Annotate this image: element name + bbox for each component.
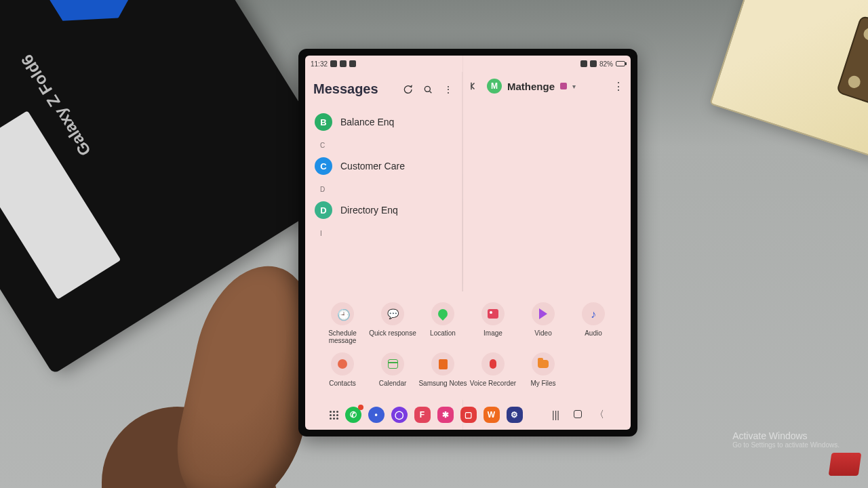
signal-icon: [590, 60, 597, 67]
image-icon: [488, 309, 498, 319]
taskbar-app-settings[interactable]: ⚙: [507, 407, 523, 423]
taskbar-app[interactable]: ✱: [437, 407, 454, 423]
contact-row[interactable]: C Customer Care: [305, 150, 462, 182]
avatar: C: [315, 157, 332, 175]
taskbar-app-phone[interactable]: ✆: [345, 407, 361, 423]
attach-quick-response[interactable]: 💬 Quick response: [368, 302, 418, 344]
nav-recents[interactable]: |||: [549, 409, 564, 420]
clock-icon: 🕘: [337, 308, 348, 319]
chat-bubble-icon: 💬: [387, 308, 398, 319]
contact-name: Balance Enq: [340, 117, 394, 127]
notes-icon: [439, 359, 448, 369]
pin-icon: [436, 307, 450, 321]
attach-schedule-message[interactable]: 🕘 Schedule message: [317, 302, 368, 344]
nav-back[interactable]: 〈: [592, 409, 607, 421]
more-icon[interactable]: ⋮: [443, 84, 454, 95]
contact-row[interactable]: D Directory Enq: [305, 195, 462, 226]
chat-header: M Mathenge ▾ ⋮: [462, 72, 631, 98]
tablet-device: 11:32 82% Messages: [298, 49, 637, 436]
contact-name: Customer Care: [340, 161, 405, 171]
section-letter: C: [305, 138, 462, 150]
sim-indicator-icon: [560, 83, 567, 89]
section-letter: I: [305, 226, 462, 239]
taskbar-app-browser[interactable]: ◯: [391, 407, 408, 423]
taskbar-app[interactable]: F: [414, 407, 431, 423]
contact-row[interactable]: B Balance Enq: [305, 106, 462, 138]
warranty-sticker: [15, 0, 164, 47]
mic-icon: [490, 359, 496, 369]
messages-title: Messages: [313, 81, 378, 97]
status-bar: 11:32 82%: [305, 56, 631, 72]
nav-home[interactable]: [570, 409, 585, 420]
attach-audio[interactable]: ♪ Audio: [568, 302, 618, 344]
calendar-icon: [388, 359, 398, 369]
status-time: 11:32: [311, 60, 328, 68]
attachment-sheet: 🕘 Schedule message 💬 Quick response Loca…: [305, 291, 631, 400]
svg-point-0: [425, 86, 430, 92]
battery-icon: [616, 61, 625, 66]
box-barcode-label: [0, 110, 121, 300]
play-icon: [539, 308, 547, 319]
more-icon[interactable]: ⋮: [613, 80, 624, 93]
status-notif-icon: [349, 60, 356, 67]
signal-icon: [580, 60, 587, 67]
avatar: M: [487, 79, 502, 94]
wooden-object: [709, 0, 868, 159]
attach-contacts[interactable]: Contacts: [317, 352, 368, 394]
back-icon[interactable]: [469, 80, 481, 92]
attach-location[interactable]: Location: [418, 302, 468, 344]
contact-name: Directory Enq: [340, 205, 398, 216]
hand: [102, 298, 332, 488]
avatar: D: [315, 201, 332, 219]
activate-windows-watermark: Activate Windows Go to Settings to activ…: [732, 430, 840, 449]
attach-samsung-notes[interactable]: Samsung Notes: [418, 352, 468, 394]
attach-my-files[interactable]: My Files: [518, 352, 568, 394]
screen: 11:32 82% Messages: [305, 56, 631, 430]
status-notif-icon: [330, 60, 337, 67]
recorder-badge: [829, 453, 862, 476]
music-note-icon: ♪: [588, 308, 599, 319]
attach-image[interactable]: Image: [468, 302, 518, 344]
attach-voice-recorder[interactable]: Voice Recorder: [468, 352, 518, 394]
battery-text: 82%: [599, 60, 613, 68]
section-letter: D: [305, 182, 462, 195]
chat-contact-name[interactable]: Mathenge: [507, 81, 555, 92]
avatar: B: [315, 113, 332, 131]
attach-calendar[interactable]: Calendar: [368, 352, 418, 394]
taskbar-app-messages[interactable]: •: [368, 407, 384, 423]
chevron-down-icon[interactable]: ▾: [572, 83, 576, 90]
attach-video[interactable]: Video: [518, 302, 568, 344]
app-drawer-icon[interactable]: [330, 411, 338, 420]
person-icon: [338, 359, 347, 369]
search-icon[interactable]: [422, 84, 433, 95]
folder-icon: [538, 360, 549, 368]
taskbar: ✆ • ◯ F ✱ ▢ W ⚙ ||| 〈: [305, 400, 631, 430]
hinge-icon: [836, 15, 868, 108]
status-notif-icon: [340, 60, 347, 67]
chat-icon[interactable]: [402, 84, 413, 95]
taskbar-app[interactable]: W: [484, 407, 500, 423]
